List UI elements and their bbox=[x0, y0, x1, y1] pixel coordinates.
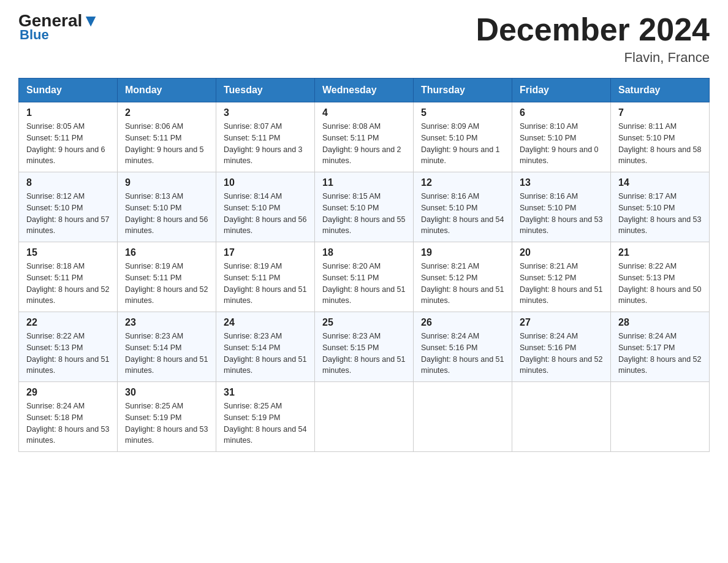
sunrise-label: Sunrise: 8:24 AM bbox=[618, 332, 677, 340]
day-info: Sunrise: 8:22 AM Sunset: 5:13 PM Dayligh… bbox=[618, 261, 702, 307]
day-cell bbox=[414, 382, 512, 452]
calendar-table: SundayMondayTuesdayWednesdayThursdayFrid… bbox=[18, 78, 710, 452]
sunrise-label: Sunrise: 8:20 AM bbox=[322, 262, 381, 270]
day-number: 1 bbox=[26, 107, 110, 118]
day-cell: 11 Sunrise: 8:15 AM Sunset: 5:10 PM Dayl… bbox=[315, 172, 414, 242]
day-info: Sunrise: 8:16 AM Sunset: 5:10 PM Dayligh… bbox=[520, 191, 603, 237]
daylight-label: Daylight: 8 hours and 54 minutes. bbox=[224, 425, 307, 445]
calendar-subtitle: Flavin, France bbox=[476, 50, 710, 66]
day-cell: 27 Sunrise: 8:24 AM Sunset: 5:16 PM Dayl… bbox=[512, 312, 611, 382]
day-number: 13 bbox=[520, 177, 603, 188]
day-number: 19 bbox=[421, 247, 504, 258]
day-number: 22 bbox=[26, 317, 110, 328]
sunset-label: Sunset: 5:13 PM bbox=[618, 274, 675, 282]
sunrise-label: Sunrise: 8:24 AM bbox=[520, 332, 578, 340]
day-number: 12 bbox=[421, 177, 504, 188]
daylight-label: Daylight: 8 hours and 53 minutes. bbox=[26, 425, 110, 445]
sunrise-label: Sunrise: 8:23 AM bbox=[125, 332, 183, 340]
day-number: 17 bbox=[224, 247, 307, 258]
day-info: Sunrise: 8:13 AM Sunset: 5:10 PM Dayligh… bbox=[125, 191, 208, 237]
day-info: Sunrise: 8:25 AM Sunset: 5:19 PM Dayligh… bbox=[125, 400, 208, 446]
daylight-label: Daylight: 8 hours and 57 minutes. bbox=[26, 215, 110, 236]
daylight-label: Daylight: 8 hours and 51 minutes. bbox=[421, 285, 504, 305]
daylight-label: Daylight: 8 hours and 51 minutes. bbox=[322, 285, 406, 305]
day-info: Sunrise: 8:08 AM Sunset: 5:11 PM Dayligh… bbox=[322, 121, 406, 167]
day-cell: 4 Sunrise: 8:08 AM Sunset: 5:11 PM Dayli… bbox=[315, 102, 414, 172]
sunrise-label: Sunrise: 8:12 AM bbox=[26, 192, 85, 201]
sunset-label: Sunset: 5:10 PM bbox=[224, 204, 280, 212]
day-cell: 24 Sunrise: 8:23 AM Sunset: 5:14 PM Dayl… bbox=[216, 312, 315, 382]
page-header: General▼ Blue December 2024 Flavin, Fran… bbox=[18, 12, 710, 66]
day-cell: 1 Sunrise: 8:05 AM Sunset: 5:11 PM Dayli… bbox=[19, 102, 118, 172]
day-cell: 17 Sunrise: 8:19 AM Sunset: 5:11 PM Dayl… bbox=[216, 242, 315, 312]
week-row-3: 15 Sunrise: 8:18 AM Sunset: 5:11 PM Dayl… bbox=[19, 242, 710, 312]
daylight-label: Daylight: 8 hours and 54 minutes. bbox=[421, 215, 504, 236]
day-number: 25 bbox=[322, 317, 406, 328]
day-info: Sunrise: 8:05 AM Sunset: 5:11 PM Dayligh… bbox=[26, 121, 110, 167]
day-info: Sunrise: 8:11 AM Sunset: 5:10 PM Dayligh… bbox=[618, 121, 702, 167]
sunset-label: Sunset: 5:12 PM bbox=[520, 274, 576, 282]
day-number: 28 bbox=[618, 317, 702, 328]
sunset-label: Sunset: 5:17 PM bbox=[618, 343, 675, 352]
day-info: Sunrise: 8:07 AM Sunset: 5:11 PM Dayligh… bbox=[224, 121, 307, 167]
day-cell: 30 Sunrise: 8:25 AM Sunset: 5:19 PM Dayl… bbox=[118, 382, 216, 452]
day-info: Sunrise: 8:14 AM Sunset: 5:10 PM Dayligh… bbox=[224, 191, 307, 237]
day-info: Sunrise: 8:23 AM Sunset: 5:14 PM Dayligh… bbox=[125, 331, 208, 377]
day-number: 7 bbox=[618, 107, 702, 118]
day-number: 11 bbox=[322, 177, 406, 188]
sunset-label: Sunset: 5:10 PM bbox=[520, 204, 576, 212]
daylight-label: Daylight: 8 hours and 52 minutes. bbox=[618, 355, 702, 375]
sunrise-label: Sunrise: 8:22 AM bbox=[618, 262, 677, 270]
sunrise-label: Sunrise: 8:08 AM bbox=[322, 122, 381, 131]
sunset-label: Sunset: 5:11 PM bbox=[322, 274, 379, 282]
week-row-5: 29 Sunrise: 8:24 AM Sunset: 5:18 PM Dayl… bbox=[19, 382, 710, 452]
sunrise-label: Sunrise: 8:16 AM bbox=[520, 192, 578, 201]
day-cell: 6 Sunrise: 8:10 AM Sunset: 5:10 PM Dayli… bbox=[512, 102, 611, 172]
sunrise-label: Sunrise: 8:25 AM bbox=[125, 402, 183, 410]
day-info: Sunrise: 8:23 AM Sunset: 5:15 PM Dayligh… bbox=[322, 331, 406, 377]
logo: General▼ Blue bbox=[18, 12, 99, 43]
day-cell: 31 Sunrise: 8:25 AM Sunset: 5:19 PM Dayl… bbox=[216, 382, 315, 452]
day-info: Sunrise: 8:19 AM Sunset: 5:11 PM Dayligh… bbox=[125, 261, 208, 307]
sunrise-label: Sunrise: 8:17 AM bbox=[618, 192, 677, 201]
sunrise-label: Sunrise: 8:16 AM bbox=[421, 192, 479, 201]
day-info: Sunrise: 8:18 AM Sunset: 5:11 PM Dayligh… bbox=[26, 261, 110, 307]
daylight-label: Daylight: 8 hours and 53 minutes. bbox=[520, 215, 603, 236]
day-info: Sunrise: 8:06 AM Sunset: 5:11 PM Dayligh… bbox=[125, 121, 208, 167]
day-cell: 13 Sunrise: 8:16 AM Sunset: 5:10 PM Dayl… bbox=[512, 172, 611, 242]
col-header-wednesday: Wednesday bbox=[315, 79, 414, 102]
sunset-label: Sunset: 5:10 PM bbox=[421, 204, 477, 212]
title-section: December 2024 Flavin, France bbox=[476, 12, 710, 66]
day-info: Sunrise: 8:21 AM Sunset: 5:12 PM Dayligh… bbox=[421, 261, 504, 307]
day-info: Sunrise: 8:22 AM Sunset: 5:13 PM Dayligh… bbox=[26, 331, 110, 377]
day-cell: 18 Sunrise: 8:20 AM Sunset: 5:11 PM Dayl… bbox=[315, 242, 414, 312]
day-cell: 10 Sunrise: 8:14 AM Sunset: 5:10 PM Dayl… bbox=[216, 172, 315, 242]
sunrise-label: Sunrise: 8:19 AM bbox=[125, 262, 183, 270]
day-cell: 7 Sunrise: 8:11 AM Sunset: 5:10 PM Dayli… bbox=[611, 102, 710, 172]
day-cell: 23 Sunrise: 8:23 AM Sunset: 5:14 PM Dayl… bbox=[118, 312, 216, 382]
daylight-label: Daylight: 8 hours and 51 minutes. bbox=[224, 285, 307, 305]
daylight-label: Daylight: 8 hours and 52 minutes. bbox=[26, 285, 110, 305]
day-cell: 16 Sunrise: 8:19 AM Sunset: 5:11 PM Dayl… bbox=[118, 242, 216, 312]
day-cell: 26 Sunrise: 8:24 AM Sunset: 5:16 PM Dayl… bbox=[414, 312, 512, 382]
day-number: 20 bbox=[520, 247, 603, 258]
day-cell: 12 Sunrise: 8:16 AM Sunset: 5:10 PM Dayl… bbox=[414, 172, 512, 242]
day-number: 15 bbox=[26, 247, 110, 258]
sunrise-label: Sunrise: 8:09 AM bbox=[421, 122, 479, 131]
day-cell: 21 Sunrise: 8:22 AM Sunset: 5:13 PM Dayl… bbox=[611, 242, 710, 312]
sunset-label: Sunset: 5:11 PM bbox=[125, 274, 181, 282]
sunrise-label: Sunrise: 8:15 AM bbox=[322, 192, 381, 201]
daylight-label: Daylight: 9 hours and 0 minutes. bbox=[520, 145, 599, 166]
day-number: 9 bbox=[125, 177, 208, 188]
sunrise-label: Sunrise: 8:07 AM bbox=[224, 122, 282, 131]
day-number: 26 bbox=[421, 317, 504, 328]
day-cell: 20 Sunrise: 8:21 AM Sunset: 5:12 PM Dayl… bbox=[512, 242, 611, 312]
day-cell: 5 Sunrise: 8:09 AM Sunset: 5:10 PM Dayli… bbox=[414, 102, 512, 172]
col-header-monday: Monday bbox=[118, 79, 216, 102]
day-cell: 8 Sunrise: 8:12 AM Sunset: 5:10 PM Dayli… bbox=[19, 172, 118, 242]
sunrise-label: Sunrise: 8:24 AM bbox=[421, 332, 479, 340]
daylight-label: Daylight: 8 hours and 58 minutes. bbox=[618, 145, 702, 166]
day-info: Sunrise: 8:10 AM Sunset: 5:10 PM Dayligh… bbox=[520, 121, 603, 167]
daylight-label: Daylight: 8 hours and 52 minutes. bbox=[125, 285, 208, 305]
sunrise-label: Sunrise: 8:19 AM bbox=[224, 262, 282, 270]
